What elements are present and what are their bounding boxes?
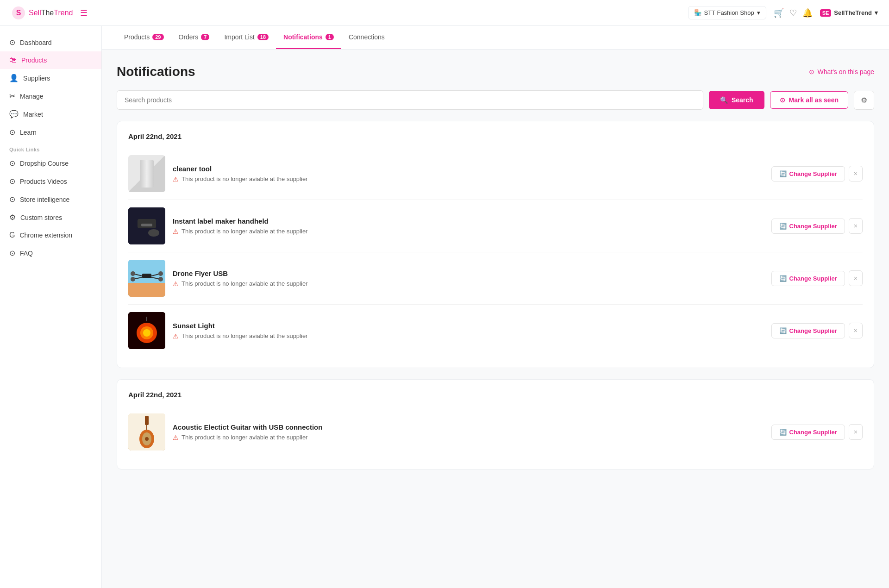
custom-stores-icon: ⚙ xyxy=(9,213,16,222)
main-content: Products 29 Orders 7 Import List 18 Noti… xyxy=(102,26,889,588)
group-date-2: April 22nd, 2021 xyxy=(128,391,863,399)
item-actions-5: 🔄 Change Supplier × xyxy=(771,424,863,440)
product-info-4: Sunset Light ⚠ This product is no longer… xyxy=(173,322,764,340)
product-info-2: Instant label maker handheld ⚠ This prod… xyxy=(173,217,764,235)
sidebar-item-market[interactable]: 💬 Market xyxy=(0,105,101,123)
dismiss-button-3[interactable]: × xyxy=(849,270,863,286)
svg-rect-8 xyxy=(142,274,151,278)
group-date-1: April 22nd, 2021 xyxy=(128,132,863,140)
mark-all-seen-button[interactable]: ⊙ Mark all as seen xyxy=(770,91,848,109)
product-image-5 xyxy=(128,413,165,450)
sidebar-item-label: Manage xyxy=(20,93,44,100)
sidebar-item-dropship-course[interactable]: ⊙ Dropship Course xyxy=(0,154,101,172)
warning-icon-2: ⚠ xyxy=(173,228,179,235)
wishlist-icon[interactable]: ♡ xyxy=(789,8,797,18)
product-thumb-4 xyxy=(128,312,165,349)
change-supplier-button-2[interactable]: 🔄 Change Supplier xyxy=(771,219,845,234)
subnav-products-badge: 29 xyxy=(152,34,163,40)
subnav-products[interactable]: Products 29 xyxy=(117,26,171,49)
search-input[interactable] xyxy=(117,90,703,110)
product-msg-4: ⚠ This product is no longer aviable at t… xyxy=(173,332,764,340)
change-supplier-icon-2: 🔄 xyxy=(779,223,787,230)
svg-rect-4 xyxy=(141,224,152,226)
product-msg-5: ⚠ This product is no longer aviable at t… xyxy=(173,434,764,441)
change-supplier-label-2: Change Supplier xyxy=(789,223,837,230)
top-nav: S SellTheTrend ☰ 🏪 STT Fashion Shop ▾ 🛒 … xyxy=(0,0,889,26)
change-supplier-button-4[interactable]: 🔄 Change Supplier xyxy=(771,323,845,338)
dismiss-icon-2: × xyxy=(854,222,858,230)
dismiss-button-4[interactable]: × xyxy=(849,323,863,338)
product-info-3: Drone Flyer USB ⚠ This product is no lon… xyxy=(173,269,764,288)
product-name-2: Instant label maker handheld xyxy=(173,217,764,225)
user-name: SellTheTrend xyxy=(834,9,872,16)
sidebar-item-chrome-extension[interactable]: G Chrome extension xyxy=(0,226,101,244)
sub-nav: Products 29 Orders 7 Import List 18 Noti… xyxy=(102,26,889,50)
sidebar-item-label: Products Videos xyxy=(20,178,67,185)
notifications-bell-icon[interactable]: 🔔 xyxy=(802,8,813,18)
change-supplier-icon-3: 🔄 xyxy=(779,275,787,282)
subnav-orders[interactable]: Orders 7 xyxy=(171,26,217,49)
product-image-4 xyxy=(128,312,165,349)
svg-rect-7 xyxy=(128,283,165,297)
dismiss-button-1[interactable]: × xyxy=(849,166,863,181)
notification-item-1: cleaner tool ⚠ This product is no longer… xyxy=(128,148,863,200)
sidebar-item-label: Market xyxy=(23,111,43,118)
subnav-notifications-badge: 1 xyxy=(326,34,334,40)
dismiss-button-5[interactable]: × xyxy=(849,424,863,440)
top-nav-icons: 🛒 ♡ 🔔 xyxy=(774,8,813,18)
sidebar-item-products[interactable]: 🛍 Products xyxy=(0,51,101,69)
product-msg-text-1: This product is no longer aviable at the… xyxy=(182,175,307,182)
search-button[interactable]: 🔍 Search xyxy=(709,91,764,109)
page-title: Notifications xyxy=(117,64,195,79)
notification-item-5: Acoustic Electict Guitar with USB connec… xyxy=(128,406,863,458)
dismiss-button-2[interactable]: × xyxy=(849,218,863,234)
svg-point-5 xyxy=(148,229,159,237)
logo-text: SellTheTrend xyxy=(29,9,73,17)
change-supplier-button-1[interactable]: 🔄 Change Supplier xyxy=(771,166,845,181)
sidebar-item-store-intelligence[interactable]: ⊙ Store intelligence xyxy=(0,190,101,208)
notification-item-4: Sunset Light ⚠ This product is no longer… xyxy=(128,305,863,357)
sidebar-item-dashboard[interactable]: ⊙ Dashboard xyxy=(0,33,101,51)
logo-icon: S xyxy=(11,6,26,20)
subnav-notifications[interactable]: Notifications 1 xyxy=(276,26,341,49)
store-chevron-icon: ▾ xyxy=(757,9,760,16)
sidebar-item-learn[interactable]: ⊙ Learn xyxy=(0,123,101,141)
sidebar-item-label: Dashboard xyxy=(20,39,52,46)
store-icon: 🏪 xyxy=(694,9,701,16)
notifications-settings-button[interactable]: ⚙ xyxy=(854,91,874,110)
subnav-notifications-label: Notifications xyxy=(283,33,323,41)
sidebar-item-custom-stores[interactable]: ⚙ Custom stores xyxy=(0,208,101,226)
hamburger-menu[interactable]: ☰ xyxy=(80,8,88,18)
change-supplier-button-3[interactable]: 🔄 Change Supplier xyxy=(771,271,845,286)
change-supplier-icon-1: 🔄 xyxy=(779,170,787,177)
change-supplier-icon-4: 🔄 xyxy=(779,327,787,334)
mark-seen-icon: ⊙ xyxy=(780,96,785,104)
sidebar-item-products-videos[interactable]: ⊙ Products Videos xyxy=(0,172,101,190)
dismiss-icon-1: × xyxy=(854,170,858,177)
product-thumb-5 xyxy=(128,413,165,450)
svg-point-14 xyxy=(158,271,163,276)
change-supplier-button-5[interactable]: 🔄 Change Supplier xyxy=(771,425,845,440)
notification-group-2: April 22nd, 2021 Aco xyxy=(117,379,874,469)
subnav-connections[interactable]: Connections xyxy=(341,26,392,49)
product-name-1: cleaner tool xyxy=(173,165,764,173)
product-msg-text-4: This product is no longer aviable at the… xyxy=(182,332,307,339)
user-menu[interactable]: SE SellTheTrend ▾ xyxy=(820,9,878,17)
cart-icon[interactable]: 🛒 xyxy=(774,8,784,18)
change-supplier-label-5: Change Supplier xyxy=(789,429,837,436)
sidebar-item-suppliers[interactable]: 👤 Suppliers xyxy=(0,69,101,87)
sidebar-item-faq[interactable]: ⊙ FAQ xyxy=(0,244,101,262)
layout: ⊙ Dashboard 🛍 Products 👤 Suppliers ✂ Man… xyxy=(0,26,889,588)
learn-icon: ⊙ xyxy=(9,128,15,137)
store-selector[interactable]: 🏪 STT Fashion Shop ▾ xyxy=(688,6,766,19)
product-thumb-3 xyxy=(128,260,165,297)
whats-on-page-link[interactable]: ⊙ What's on this page xyxy=(809,68,874,75)
product-info-5: Acoustic Electict Guitar with USB connec… xyxy=(173,423,764,441)
product-name-5: Acoustic Electict Guitar with USB connec… xyxy=(173,423,764,431)
top-nav-right: 🏪 STT Fashion Shop ▾ 🛒 ♡ 🔔 SE SellTheTre… xyxy=(688,6,878,19)
search-btn-label: Search xyxy=(732,96,753,104)
product-thumb-1 xyxy=(128,155,165,192)
subnav-import-list[interactable]: Import List 18 xyxy=(217,26,276,49)
sidebar-item-manage[interactable]: ✂ Manage xyxy=(0,87,101,105)
sidebar-item-label: Chrome extension xyxy=(19,231,72,239)
